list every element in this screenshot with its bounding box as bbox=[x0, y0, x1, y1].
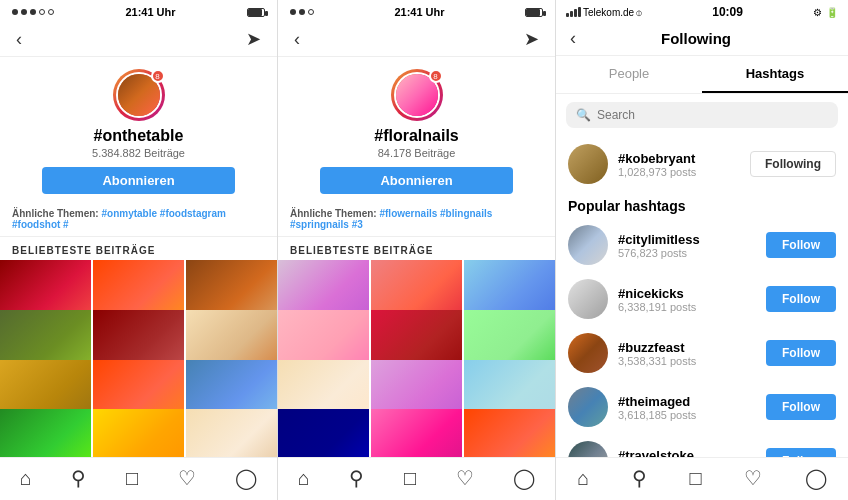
following-panel: Telekom.de ⌽ 10:09 ⚙ 🔋 ‹ Following Peopl… bbox=[556, 0, 848, 500]
section-title-1: BELIEBTESTE BEITRÄGE bbox=[0, 237, 277, 260]
profile-icon-right[interactable]: ◯ bbox=[805, 466, 827, 490]
kobe-info: #kobebryant 1,028,973 posts bbox=[618, 151, 740, 178]
following-button-kobe[interactable]: Following bbox=[750, 151, 836, 177]
search-icon-1[interactable]: ⚲ bbox=[71, 466, 86, 490]
dot3 bbox=[30, 9, 36, 15]
follow-button-3[interactable]: Follow bbox=[766, 394, 836, 420]
hashtag-name-2[interactable]: #buzzfeast bbox=[618, 340, 756, 355]
wifi-icon: ⌽ bbox=[636, 7, 642, 18]
profile-icon-1[interactable]: ◯ bbox=[235, 466, 257, 490]
hashtag-title-1: #onthetable bbox=[94, 127, 184, 145]
theme-tag-1a[interactable]: #onmytable bbox=[101, 208, 157, 219]
hashtag-posts-3: 3,618,185 posts bbox=[618, 409, 756, 421]
hashtag-item-4: #travelstoke 4,170,093 posts Follow bbox=[556, 434, 848, 457]
phone-panel-onthetable: 21:41 Uhr ‹ ➤ 8 #onthetable 5.384.882 Be… bbox=[0, 0, 278, 500]
theme-tag-2a[interactable]: #flowernails bbox=[379, 208, 437, 219]
battery-right-icon: 🔋 bbox=[826, 7, 838, 18]
add-icon-2[interactable]: □ bbox=[404, 467, 416, 490]
back-icon-2[interactable]: ‹ bbox=[294, 29, 300, 50]
hashtag-name-0[interactable]: #citylimitless bbox=[618, 232, 756, 247]
carrier-label: Telekom.de ⌽ bbox=[566, 7, 642, 18]
theme-tag-1d[interactable]: # bbox=[63, 219, 69, 230]
hashtag-name-1[interactable]: #nicekicks bbox=[618, 286, 756, 301]
grid-cell-2-11[interactable] bbox=[371, 409, 462, 457]
search-icon-2[interactable]: ⚲ bbox=[349, 466, 364, 490]
tab-people[interactable]: People bbox=[556, 56, 702, 93]
heart-icon-1[interactable]: ♡ bbox=[178, 466, 196, 490]
hashtag-item-2: #buzzfeast 3,538,331 posts Follow bbox=[556, 326, 848, 380]
status-time-1: 21:41 Uhr bbox=[125, 6, 175, 18]
hashtag-avatar-1 bbox=[568, 279, 608, 319]
phone-panel-floralnails: 21:41 Uhr ‹ ➤ 8 #floralnails 84.178 Beit… bbox=[278, 0, 556, 500]
home-icon-right[interactable]: ⌂ bbox=[577, 467, 589, 490]
home-icon-1[interactable]: ⌂ bbox=[20, 467, 32, 490]
profile-icon-2[interactable]: ◯ bbox=[513, 466, 535, 490]
home-icon-2[interactable]: ⌂ bbox=[298, 467, 310, 490]
dot2-1 bbox=[290, 9, 296, 15]
popular-hashtags-title: Popular hashtags bbox=[556, 192, 848, 218]
status-bar-2: 21:41 Uhr bbox=[278, 0, 555, 22]
grid-cell-1-10[interactable] bbox=[0, 409, 91, 457]
theme-tag-1b[interactable]: #foodstagram bbox=[160, 208, 226, 219]
subscribe-button-2[interactable]: Abonnieren bbox=[320, 167, 512, 194]
nav-bar-2: ‹ ➤ bbox=[278, 22, 555, 57]
hashtag-name-3[interactable]: #theimaged bbox=[618, 394, 756, 409]
heart-icon-right[interactable]: ♡ bbox=[744, 466, 762, 490]
battery-fill-1 bbox=[248, 9, 262, 16]
hashtag-title-2: #floralnails bbox=[374, 127, 458, 145]
subscribe-button-1[interactable]: Abonnieren bbox=[42, 167, 234, 194]
hashtag-avatar-2 bbox=[568, 333, 608, 373]
add-icon-right[interactable]: □ bbox=[690, 467, 702, 490]
follow-button-0[interactable]: Follow bbox=[766, 232, 836, 258]
battery-icon-2 bbox=[525, 8, 543, 17]
follow-button-4[interactable]: Follow bbox=[766, 448, 836, 457]
theme-tag-2d[interactable]: #3 bbox=[352, 219, 363, 230]
hashtag-posts-2: 3,538,331 posts bbox=[618, 355, 756, 367]
hashtag-info-3: #theimaged 3,618,185 posts bbox=[618, 394, 756, 421]
following-item-kobe: #kobebryant 1,028,973 posts Following bbox=[556, 136, 848, 192]
search-input[interactable] bbox=[597, 108, 828, 122]
theme-tag-2b[interactable]: #blingnails bbox=[440, 208, 492, 219]
signal-dots bbox=[12, 9, 54, 15]
follow-button-2[interactable]: Follow bbox=[766, 340, 836, 366]
carrier-name: Telekom.de bbox=[583, 7, 634, 18]
post-count-1: 5.384.882 Beiträge bbox=[92, 147, 185, 159]
hashtag-posts-0: 576,823 posts bbox=[618, 247, 756, 259]
grid-cell-1-12[interactable] bbox=[186, 409, 277, 457]
status-right-1 bbox=[247, 8, 265, 17]
hashtag-posts-1: 6,338,191 posts bbox=[618, 301, 756, 313]
dot2-3 bbox=[308, 9, 314, 15]
hashtag-avatar-4 bbox=[568, 441, 608, 457]
image-grid-1 bbox=[0, 260, 277, 457]
heart-icon-2[interactable]: ♡ bbox=[456, 466, 474, 490]
send-icon-1[interactable]: ➤ bbox=[246, 28, 261, 50]
hashtag-list: #citylimitless 576,823 posts Follow #nic… bbox=[556, 218, 848, 457]
status-time-2: 21:41 Uhr bbox=[394, 6, 444, 18]
grid-cell-2-12[interactable] bbox=[464, 409, 555, 457]
hashtag-name-4[interactable]: #travelstoke bbox=[618, 448, 756, 458]
grid-cell-1-11[interactable] bbox=[93, 409, 184, 457]
search-icon-nav-right[interactable]: ⚲ bbox=[632, 466, 647, 490]
kobe-posts: 1,028,973 posts bbox=[618, 166, 740, 178]
right-bottom-nav: ⌂ ⚲ □ ♡ ◯ bbox=[556, 457, 848, 500]
follow-button-1[interactable]: Follow bbox=[766, 286, 836, 312]
related-themes-2: Ähnliche Themen: #flowernails #blingnail… bbox=[278, 202, 555, 237]
tab-hashtags[interactable]: Hashtags bbox=[702, 56, 848, 93]
right-nav-bar: ‹ Following bbox=[556, 22, 848, 56]
battery-fill-2 bbox=[526, 9, 540, 16]
status-bar-1: 21:41 Uhr bbox=[0, 0, 277, 22]
search-bar[interactable]: 🔍 bbox=[566, 102, 838, 128]
send-icon-2[interactable]: ➤ bbox=[524, 28, 539, 50]
kobe-name[interactable]: #kobebryant bbox=[618, 151, 740, 166]
right-status-icons: ⚙ 🔋 bbox=[813, 7, 838, 18]
add-icon-1[interactable]: □ bbox=[126, 467, 138, 490]
bar4 bbox=[578, 7, 581, 17]
hashtag-info-0: #citylimitless 576,823 posts bbox=[618, 232, 756, 259]
right-status-bar: Telekom.de ⌽ 10:09 ⚙ 🔋 bbox=[556, 0, 848, 22]
grid-cell-2-10[interactable] bbox=[278, 409, 369, 457]
back-icon-1[interactable]: ‹ bbox=[16, 29, 22, 50]
related-themes-1: Ähnliche Themen: #onmytable #foodstagram… bbox=[0, 202, 277, 237]
theme-tag-1c[interactable]: #foodshot bbox=[12, 219, 60, 230]
theme-tag-2c[interactable]: #springnails bbox=[290, 219, 349, 230]
dot5 bbox=[48, 9, 54, 15]
